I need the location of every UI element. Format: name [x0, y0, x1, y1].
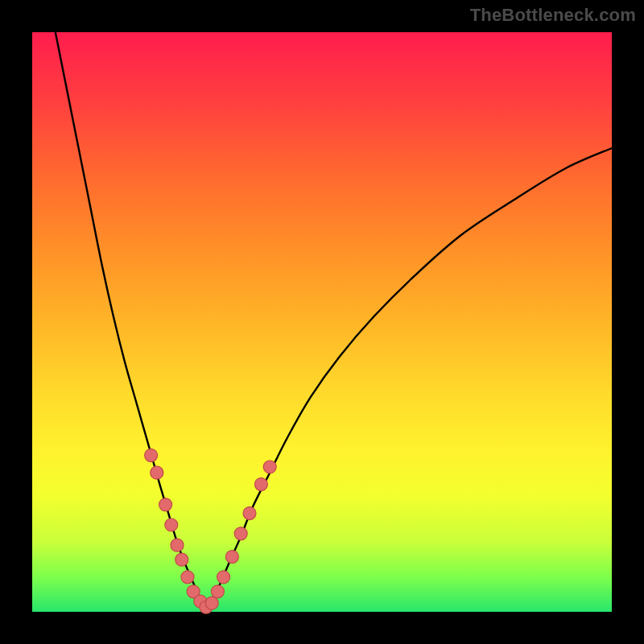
scatter-points [145, 449, 277, 614]
curve-left-branch [56, 32, 206, 609]
data-point [211, 585, 224, 598]
data-point [159, 498, 172, 511]
plot-area [32, 32, 612, 612]
data-point [145, 449, 158, 462]
chart-frame: TheBottleneck.com [0, 0, 644, 644]
data-point [171, 539, 184, 551]
data-point [243, 507, 256, 520]
data-point [254, 478, 267, 491]
data-point [205, 597, 218, 609]
data-point [165, 518, 178, 531]
data-point [175, 553, 188, 566]
watermark-text: TheBottleneck.com [470, 5, 636, 26]
data-point [217, 571, 230, 584]
data-point [225, 551, 238, 564]
chart-svg [32, 32, 612, 612]
curve-right-branch [206, 148, 612, 609]
data-point [181, 571, 194, 584]
data-point [263, 460, 276, 473]
data-point [234, 527, 247, 540]
data-point [151, 466, 163, 479]
